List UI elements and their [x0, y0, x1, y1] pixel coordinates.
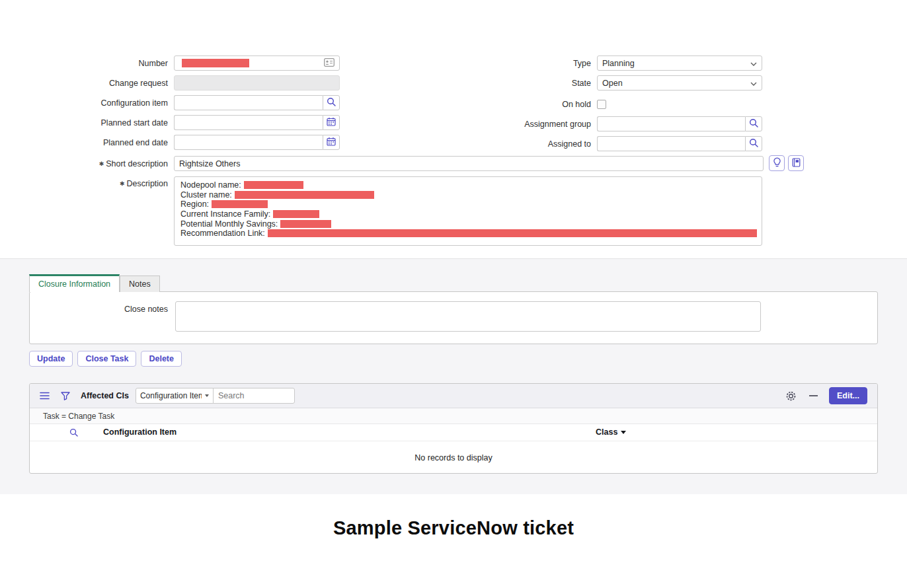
- description-line: Cluster name:: [180, 190, 756, 200]
- redaction-bar: [235, 191, 374, 199]
- assigned-to-lookup-button[interactable]: [745, 136, 762, 151]
- lightbulb-icon: [773, 157, 781, 170]
- planned-end-date-label: Planned end date: [0, 138, 174, 147]
- list-breadcrumb-row: Task = Change Task: [30, 408, 877, 424]
- type-select-value: Planning: [602, 59, 635, 68]
- on-hold-label: On hold: [423, 100, 597, 109]
- close-notes-textarea[interactable]: [175, 301, 761, 332]
- knowledge-search-button[interactable]: [788, 155, 804, 171]
- search-column-select[interactable]: Configuration Item (: [136, 388, 214, 404]
- assignment-group-lookup-button[interactable]: [745, 116, 762, 131]
- planned-end-date-picker-button[interactable]: [323, 135, 340, 150]
- calendar-icon: [327, 137, 336, 148]
- change-request-input: [174, 75, 340, 91]
- breadcrumb[interactable]: Task = Change Task: [43, 412, 114, 421]
- planned-end-date-field-row: Planned end date: [0, 135, 340, 150]
- search-icon: [749, 138, 758, 149]
- list-search-input[interactable]: [213, 388, 295, 404]
- column-header-configuration-item[interactable]: Configuration Item: [103, 427, 177, 437]
- close-notes-label: Close notes: [0, 305, 174, 314]
- description-line: Region:: [180, 200, 756, 209]
- required-marker: ✱: [99, 161, 104, 167]
- contact-card-icon[interactable]: [324, 58, 335, 69]
- suggestion-button[interactable]: [769, 155, 785, 171]
- column-header-class[interactable]: Class: [596, 427, 626, 437]
- column-search-icon[interactable]: [69, 428, 78, 439]
- state-field-row: State Open: [423, 75, 762, 91]
- description-textarea[interactable]: Nodepool name: Cluster name: Region: Cur…: [174, 176, 762, 246]
- list-menu-icon[interactable]: [40, 392, 50, 400]
- planned-start-date-input[interactable]: [174, 115, 323, 130]
- planned-start-date-picker-button[interactable]: [323, 115, 340, 130]
- description-label-row: ✱Description: [0, 179, 174, 194]
- configuration-item-input[interactable]: [174, 95, 323, 110]
- redaction-bar: [212, 200, 268, 208]
- sort-caret-icon: [621, 431, 626, 434]
- minimize-icon[interactable]: [809, 395, 818, 396]
- planned-end-date-input[interactable]: [174, 135, 323, 150]
- affected-cis-list: Affected CIs Configuration Item ( Edit..…: [29, 383, 878, 474]
- on-hold-field-row: On hold: [423, 96, 606, 112]
- redaction-bar: [280, 220, 331, 228]
- book-icon: [792, 158, 801, 169]
- description-line: Recommendation Link:: [180, 229, 756, 239]
- page-caption: Sample ServiceNow ticket: [0, 517, 907, 539]
- redaction-bar: [244, 181, 303, 189]
- chevron-down-icon: [750, 79, 757, 88]
- short-description-field-row: ✱Short description: [0, 156, 764, 171]
- assigned-to-input[interactable]: [597, 136, 745, 151]
- filter-funnel-icon[interactable]: [61, 392, 70, 400]
- affected-cis-header: Affected CIs Configuration Item ( Edit..…: [30, 384, 877, 408]
- redaction-bar: [182, 59, 249, 67]
- list-search-group: Configuration Item (: [136, 388, 295, 404]
- required-marker: ✱: [120, 180, 125, 187]
- assigned-to-field-row: Assigned to: [423, 136, 762, 151]
- update-button[interactable]: Update: [29, 351, 73, 367]
- assigned-to-label: Assigned to: [423, 139, 597, 149]
- change-request-label: Change request: [0, 79, 174, 88]
- type-label: Type: [423, 59, 597, 68]
- configuration-item-label: Configuration item: [0, 98, 174, 108]
- edit-button[interactable]: Edit...: [829, 387, 867, 404]
- description-label: Description: [126, 179, 168, 188]
- search-icon: [327, 97, 336, 108]
- empty-state-message: No records to display: [30, 441, 877, 474]
- close-task-button[interactable]: Close Task: [77, 351, 136, 367]
- state-label: State: [423, 79, 597, 88]
- description-line: Potential Monthly Savings:: [180, 219, 756, 229]
- number-input[interactable]: [174, 55, 340, 71]
- assignment-group-label: Assignment group: [423, 120, 597, 129]
- configuration-item-field-row: Configuration item: [0, 95, 340, 110]
- type-field-row: Type Planning: [423, 55, 762, 71]
- description-line: Current Instance Family:: [180, 209, 756, 219]
- assignment-group-field-row: Assignment group: [423, 116, 762, 131]
- short-description-label: Short description: [106, 159, 168, 168]
- planned-start-date-field-row: Planned start date: [0, 115, 340, 130]
- delete-button[interactable]: Delete: [141, 351, 182, 367]
- planned-start-date-label: Planned start date: [0, 118, 174, 128]
- search-icon: [749, 118, 758, 129]
- assignment-group-input[interactable]: [597, 116, 745, 131]
- on-hold-checkbox[interactable]: [597, 100, 606, 109]
- gear-icon[interactable]: [785, 390, 797, 402]
- tab-closure-information[interactable]: Closure Information: [29, 274, 120, 292]
- number-field-row: Number: [0, 55, 340, 71]
- tab-notes[interactable]: Notes: [120, 276, 160, 292]
- tab-bar: Closure Information Notes: [29, 274, 160, 292]
- redaction-bar: [273, 210, 319, 218]
- chevron-down-icon: [750, 59, 757, 68]
- list-column-header-row: Configuration Item Class: [30, 424, 877, 441]
- short-description-input[interactable]: [174, 156, 764, 171]
- chevron-down-icon: [205, 394, 209, 397]
- search-column-value: Configuration Item (: [140, 391, 202, 400]
- affected-cis-title: Affected CIs: [81, 391, 129, 400]
- state-select[interactable]: Open: [597, 75, 762, 91]
- number-label: Number: [0, 59, 174, 68]
- description-line: Nodepool name:: [180, 180, 756, 190]
- type-select[interactable]: Planning: [597, 55, 762, 71]
- redaction-bar: [268, 229, 757, 237]
- form-action-bar: Update Close Task Delete: [29, 351, 182, 367]
- configuration-item-lookup-button[interactable]: [323, 95, 340, 110]
- change-request-field-row: Change request: [0, 75, 340, 91]
- servicenow-ticket-page: Number Change request Configuration item…: [0, 0, 907, 588]
